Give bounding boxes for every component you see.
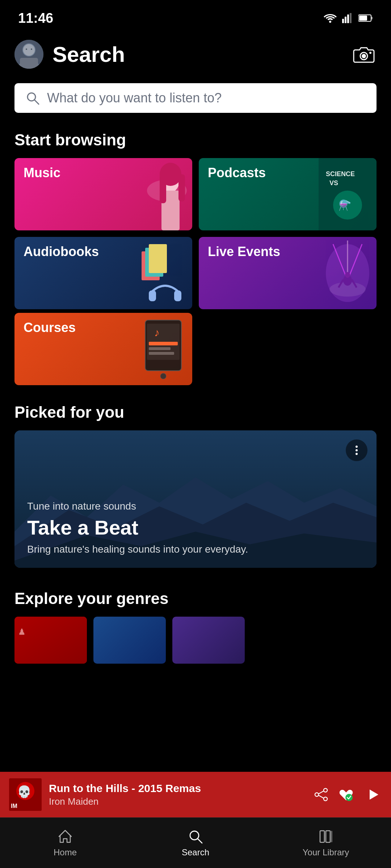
svg-rect-48 bbox=[149, 347, 171, 350]
nav-item-home[interactable]: Home bbox=[0, 823, 130, 863]
now-playing-art: 💀 IM bbox=[9, 778, 42, 811]
svg-line-19 bbox=[34, 100, 39, 104]
search-icon bbox=[25, 91, 40, 105]
svg-rect-2 bbox=[345, 17, 346, 23]
genre-card-2[interactable] bbox=[93, 617, 166, 664]
page-title: Search bbox=[52, 42, 125, 67]
browse-card-live-events[interactable]: Live Events bbox=[199, 237, 377, 309]
picked-card-more-button[interactable] bbox=[346, 439, 367, 461]
browse-card-live-events-label: Live Events bbox=[208, 244, 280, 259]
search-bar-container: What do you want to listen to? bbox=[0, 80, 391, 124]
now-playing-controls bbox=[313, 785, 382, 804]
svg-rect-33 bbox=[149, 244, 167, 273]
camera-button[interactable] bbox=[351, 42, 377, 67]
browse-card-courses-label: Courses bbox=[24, 320, 76, 335]
svg-text:VS: VS bbox=[329, 179, 338, 187]
svg-rect-1 bbox=[342, 19, 344, 23]
saved-button[interactable] bbox=[338, 787, 354, 803]
svg-point-13 bbox=[26, 48, 27, 50]
svg-rect-6 bbox=[371, 17, 373, 20]
svg-rect-78 bbox=[331, 831, 332, 842]
now-playing-art-image: 💀 IM bbox=[9, 778, 42, 811]
svg-marker-73 bbox=[370, 790, 378, 800]
connect-button[interactable] bbox=[313, 787, 329, 803]
picked-card-content: Tune into nature sounds Take a Beat Brin… bbox=[14, 490, 377, 568]
svg-rect-47 bbox=[149, 342, 178, 345]
svg-rect-7 bbox=[359, 16, 367, 21]
svg-line-70 bbox=[319, 791, 324, 794]
nav-item-library[interactable]: Your Library bbox=[261, 823, 391, 863]
now-playing-artist: Iron Maiden bbox=[49, 796, 306, 807]
svg-point-51 bbox=[160, 373, 166, 379]
play-button[interactable] bbox=[363, 785, 382, 804]
genre-card-1[interactable]: ♟ bbox=[14, 617, 87, 664]
svg-point-17 bbox=[369, 52, 371, 54]
browse-grid-courses: Courses ♪ bbox=[0, 313, 391, 389]
svg-point-57 bbox=[356, 449, 358, 451]
status-time: 11:46 bbox=[18, 10, 53, 26]
explore-section-title: Explore your genres bbox=[14, 582, 377, 617]
svg-point-69 bbox=[324, 797, 327, 801]
status-bar: 11:46 bbox=[0, 0, 391, 33]
search-placeholder: What do you want to listen to? bbox=[47, 90, 366, 106]
svg-point-16 bbox=[362, 54, 366, 58]
svg-point-68 bbox=[324, 788, 327, 792]
picked-card-subtitle: Tune into nature sounds bbox=[27, 501, 364, 512]
search-nav-icon bbox=[188, 829, 203, 844]
search-nav-label: Search bbox=[182, 847, 209, 858]
library-icon bbox=[318, 829, 334, 844]
svg-rect-61 bbox=[14, 617, 87, 664]
picked-card[interactable]: Tune into nature sounds Take a Beat Brin… bbox=[14, 430, 377, 568]
header-left: Search bbox=[14, 40, 125, 69]
wifi-icon bbox=[324, 13, 337, 23]
browse-card-music-label: Music bbox=[24, 165, 60, 180]
svg-point-0 bbox=[329, 21, 331, 23]
svg-point-56 bbox=[356, 446, 358, 448]
home-icon bbox=[57, 829, 73, 844]
svg-text:IM: IM bbox=[11, 803, 17, 809]
picked-section-title: Picked for you bbox=[14, 400, 377, 430]
now-playing-info: Run to the Hills - 2015 Remas Iron Maide… bbox=[49, 782, 306, 807]
avatar[interactable] bbox=[14, 40, 43, 69]
browse-card-podcasts[interactable]: Podcasts SCIENCE VS ⚗️ bbox=[199, 158, 377, 230]
nav-item-search[interactable]: Search bbox=[130, 823, 261, 863]
svg-rect-24 bbox=[160, 174, 166, 203]
svg-point-14 bbox=[31, 48, 32, 50]
svg-point-67 bbox=[315, 793, 319, 796]
browse-grid-empty bbox=[199, 313, 377, 385]
home-nav-label: Home bbox=[54, 847, 77, 858]
browse-card-audiobooks[interactable]: Audiobooks bbox=[14, 237, 192, 309]
svg-rect-3 bbox=[347, 14, 349, 23]
svg-rect-76 bbox=[320, 831, 324, 842]
search-bar[interactable]: What do you want to listen to? bbox=[14, 83, 377, 113]
svg-point-72 bbox=[345, 794, 353, 801]
svg-text:♪: ♪ bbox=[154, 327, 160, 339]
svg-line-71 bbox=[319, 795, 324, 798]
battery-icon bbox=[358, 14, 373, 22]
browse-card-music[interactable]: Music bbox=[14, 158, 192, 230]
now-playing-bar[interactable]: 💀 IM Run to the Hills - 2015 Remas Iron … bbox=[0, 772, 391, 817]
picked-section: Picked for you bbox=[0, 389, 391, 575]
now-playing-title: Run to the Hills - 2015 Remas bbox=[49, 782, 306, 795]
svg-point-58 bbox=[356, 453, 358, 455]
svg-rect-77 bbox=[326, 831, 330, 842]
browse-section-title: Start browsing bbox=[0, 124, 391, 158]
browse-card-podcasts-label: Podcasts bbox=[208, 165, 266, 180]
svg-point-11 bbox=[23, 44, 35, 56]
svg-rect-35 bbox=[174, 290, 181, 301]
picked-card-description: Bring nature's healing sounds into your … bbox=[27, 544, 364, 555]
header: Search bbox=[0, 33, 391, 80]
svg-text:⚗️: ⚗️ bbox=[339, 199, 351, 211]
svg-rect-12 bbox=[20, 58, 38, 69]
bottom-nav: Home Search Your Library bbox=[0, 817, 391, 868]
signal-icon bbox=[342, 13, 353, 23]
picked-card-title: Take a Beat bbox=[27, 516, 364, 539]
svg-rect-4 bbox=[350, 13, 352, 23]
genre-card-3[interactable] bbox=[172, 617, 245, 664]
svg-rect-25 bbox=[178, 174, 185, 201]
svg-point-42 bbox=[345, 272, 350, 278]
svg-line-75 bbox=[198, 839, 202, 843]
svg-rect-49 bbox=[149, 352, 174, 355]
status-icons bbox=[324, 13, 373, 23]
browse-card-courses[interactable]: Courses ♪ bbox=[14, 313, 192, 385]
